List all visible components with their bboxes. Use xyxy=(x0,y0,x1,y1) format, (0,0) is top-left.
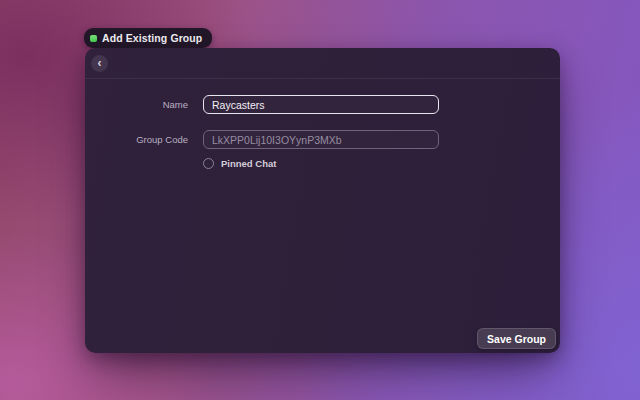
back-button[interactable]: ‹ xyxy=(91,55,108,72)
add-existing-group-window: ‹ Name Group Code Pinned Chat Save Group xyxy=(85,48,560,353)
badge-label: Add Existing Group xyxy=(102,32,202,44)
name-field-row: Name xyxy=(85,95,560,114)
group-code-input[interactable] xyxy=(203,130,439,149)
group-code-field-row: Group Code xyxy=(85,130,560,149)
name-label: Name xyxy=(85,99,188,110)
chevron-left-icon: ‹ xyxy=(98,57,102,69)
save-group-button[interactable]: Save Group xyxy=(477,328,556,349)
group-code-label: Group Code xyxy=(85,134,188,145)
name-input[interactable] xyxy=(203,95,439,114)
pinned-chat-row: Pinned Chat xyxy=(203,158,560,169)
green-status-dot-icon xyxy=(90,35,97,42)
window-title-badge[interactable]: Add Existing Group xyxy=(84,28,212,48)
desktop-background: Add Existing Group ‹ Name Group Code Pin… xyxy=(0,0,640,400)
form-content: Name Group Code Pinned Chat xyxy=(85,79,560,169)
window-header: ‹ xyxy=(85,48,560,79)
pinned-chat-checkbox[interactable] xyxy=(203,158,214,169)
pinned-chat-label: Pinned Chat xyxy=(221,158,276,169)
